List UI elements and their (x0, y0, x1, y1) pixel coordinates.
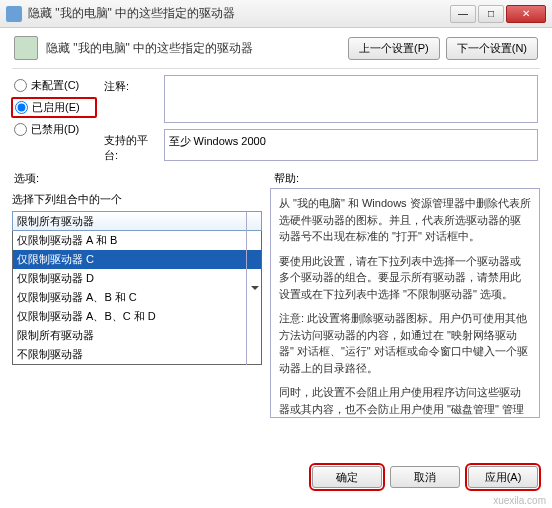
help-label: 帮助: (274, 171, 538, 186)
combo-item[interactable]: 仅限制驱动器 D (13, 269, 261, 288)
help-p4: 同时，此设置不会阻止用户使用程序访问这些驱动器或其内容，也不会防止用户使用 "磁… (279, 384, 531, 418)
radio-disabled-input[interactable] (14, 123, 27, 136)
footer-buttons: 确定 取消 应用(A) (312, 466, 538, 488)
divider (12, 68, 540, 69)
app-icon (6, 6, 22, 22)
combo-display[interactable]: 限制所有驱动器 (12, 211, 262, 231)
next-setting-button[interactable]: 下一个设置(N) (446, 37, 538, 60)
policy-title: 隐藏 "我的电脑" 中的这些指定的驱动器 (46, 40, 340, 57)
radio-enabled[interactable]: 已启用(E) (11, 97, 97, 118)
platform-field: 至少 Windows 2000 (164, 129, 538, 161)
combo-item[interactable]: 仅限制驱动器 C (13, 250, 261, 269)
window-title: 隐藏 "我的电脑" 中的这些指定的驱动器 (28, 5, 450, 22)
combo-item[interactable]: 仅限制驱动器 A、B、C 和 D (13, 307, 261, 326)
radio-not-configured-label: 未配置(C) (31, 78, 79, 93)
ok-button[interactable]: 确定 (312, 466, 382, 488)
comment-field[interactable] (164, 75, 538, 123)
radio-enabled-label: 已启用(E) (32, 100, 80, 115)
combo-item[interactable]: 仅限制驱动器 A、B 和 C (13, 288, 261, 307)
window-controls: — □ ✕ (450, 5, 546, 23)
policy-icon (14, 36, 38, 60)
combo-item[interactable]: 仅限制驱动器 A 和 B (13, 231, 261, 250)
maximize-button[interactable]: □ (478, 5, 504, 23)
minimize-button[interactable]: — (450, 5, 476, 23)
help-p3: 注意: 此设置将删除驱动器图标。用户仍可使用其他方法访问驱动器的内容，如通过在 … (279, 310, 531, 376)
radio-disabled-label: 已禁用(D) (31, 122, 79, 137)
radio-enabled-input[interactable] (15, 101, 28, 114)
combo-item[interactable]: 限制所有驱动器 (13, 326, 261, 345)
cancel-button[interactable]: 取消 (390, 466, 460, 488)
combo-item[interactable]: 不限制驱动器 (13, 345, 261, 364)
platform-label: 支持的平台: (104, 129, 156, 163)
combo-caption: 选择下列组合中的一个 (12, 188, 262, 211)
radio-disabled[interactable]: 已禁用(D) (14, 119, 94, 140)
header-row: 隐藏 "我的电脑" 中的这些指定的驱动器 上一个设置(P) 下一个设置(N) (0, 28, 552, 64)
titlebar: 隐藏 "我的电脑" 中的这些指定的驱动器 — □ ✕ (0, 0, 552, 28)
help-p2: 要使用此设置，请在下拉列表中选择一个驱动器或多个驱动器的组合。要显示所有驱动器，… (279, 253, 531, 303)
comment-label: 注释: (104, 75, 156, 94)
watermark: xuexila.com (493, 495, 546, 506)
help-panel: 从 "我的电脑" 和 Windows 资源管理器中删除代表所选硬件驱动器的图标。… (270, 188, 540, 418)
combo-dropdown: 仅限制驱动器 A 和 B仅限制驱动器 C仅限制驱动器 D仅限制驱动器 A、B 和… (12, 231, 262, 365)
radio-not-configured-input[interactable] (14, 79, 27, 92)
apply-button[interactable]: 应用(A) (468, 466, 538, 488)
options-label: 选项: (14, 171, 274, 186)
chevron-down-icon[interactable] (246, 211, 262, 365)
radio-not-configured[interactable]: 未配置(C) (14, 75, 94, 96)
prev-setting-button[interactable]: 上一个设置(P) (348, 37, 440, 60)
close-button[interactable]: ✕ (506, 5, 546, 23)
combo-selected-text: 限制所有驱动器 (17, 214, 94, 229)
help-p1: 从 "我的电脑" 和 Windows 资源管理器中删除代表所选硬件驱动器的图标。… (279, 195, 531, 245)
